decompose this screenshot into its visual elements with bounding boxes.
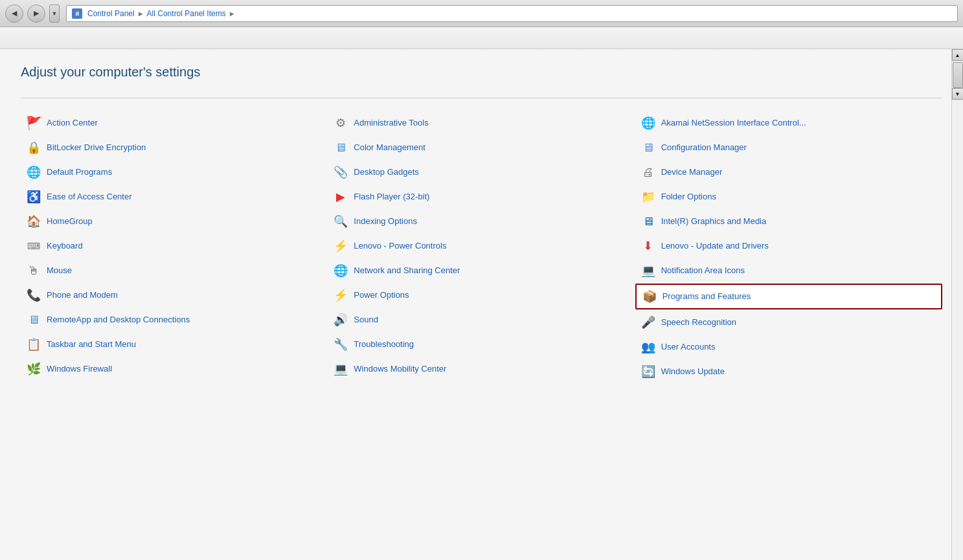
label-mouse: Mouse	[47, 265, 72, 276]
item-programs-features[interactable]: 📦Programs and Features	[635, 284, 942, 309]
item-bitlocker[interactable]: 🔒BitLocker Drive Encryption	[21, 136, 328, 159]
item-sound[interactable]: 🔊Sound	[328, 308, 635, 331]
label-flash-player: Flash Player (32-bit)	[354, 192, 429, 202]
divider	[21, 98, 942, 98]
column-1: 🚩Action Center🔒BitLocker Drive Encryptio…	[21, 111, 328, 383]
label-speech: Speech Recognition	[661, 317, 736, 328]
item-device-mgr[interactable]: 🖨Device Manager	[635, 161, 942, 184]
icon-desktop-gadgets: 📎	[333, 164, 348, 180]
label-power-options: Power Options	[354, 290, 409, 300]
label-programs-features: Programs and Features	[663, 291, 751, 302]
icon-win-update: 🔄	[640, 364, 656, 379]
label-indexing: Indexing Options	[354, 216, 417, 227]
label-admin-tools: Administrative Tools	[354, 118, 428, 128]
label-ease-access: Ease of Access Center	[47, 192, 132, 202]
item-network[interactable]: 🌐Network and Sharing Center	[328, 259, 635, 282]
item-indexing[interactable]: 🔍Indexing Options	[328, 210, 635, 233]
item-folder-opts[interactable]: 📁Folder Options	[635, 185, 942, 208]
icon-action-center: 🚩	[26, 115, 41, 131]
back-button[interactable]: ◀	[5, 5, 23, 23]
label-lenovo-update: Lenovo - Update and Drivers	[661, 241, 769, 251]
label-sound: Sound	[354, 315, 378, 325]
item-taskbar[interactable]: 📋Taskbar and Start Menu	[21, 333, 328, 356]
icon-lenovo-update: ⬇	[640, 238, 656, 254]
icon-bitlocker: 🔒	[26, 140, 41, 155]
breadcrumb-sep-1: ►	[137, 10, 144, 17]
item-speech[interactable]: 🎤Speech Recognition	[635, 311, 942, 334]
item-mobility[interactable]: 💻Windows Mobility Center	[328, 357, 635, 381]
icon-firewall: 🌿	[26, 361, 41, 377]
icon-intel-graphics: 🖥	[640, 214, 656, 229]
label-remoteapp: RemoteApp and Desktop Connections	[47, 315, 190, 325]
forward-button[interactable]: ▶	[27, 5, 45, 23]
icon-mouse: 🖱	[26, 263, 41, 278]
label-default-programs: Default Programs	[47, 167, 112, 177]
column-2: ⚙Administrative Tools🖥Color Management📎D…	[328, 111, 635, 383]
icon-notification: 💻	[640, 263, 656, 278]
item-troubleshoot[interactable]: 🔧Troubleshooting	[328, 333, 635, 356]
item-flash-player[interactable]: ▶Flash Player (32-bit)	[328, 185, 635, 208]
item-default-programs[interactable]: 🌐Default Programs	[21, 161, 328, 184]
item-power-options[interactable]: ⚡Power Options	[328, 284, 635, 307]
item-user-accounts[interactable]: 👥User Accounts	[635, 335, 942, 359]
icon-network: 🌐	[333, 263, 348, 278]
control-panel-icon: 🖥	[72, 8, 82, 19]
item-win-update[interactable]: 🔄Windows Update	[635, 360, 942, 383]
scroll-thumb[interactable]	[953, 62, 963, 88]
icon-lenovo-power: ⚡	[333, 238, 348, 254]
label-bitlocker: BitLocker Drive Encryption	[47, 142, 146, 153]
item-lenovo-update[interactable]: ⬇Lenovo - Update and Drivers	[635, 234, 942, 258]
scroll-down-button[interactable]: ▼	[952, 88, 964, 100]
item-phone[interactable]: 📞Phone and Modem	[21, 284, 328, 307]
breadcrumb-all-items[interactable]: All Control Panel Items	[147, 9, 226, 18]
item-admin-tools[interactable]: ⚙Administrative Tools	[328, 111, 635, 135]
items-grid: 🚩Action Center🔒BitLocker Drive Encryptio…	[21, 111, 942, 383]
label-win-update: Windows Update	[661, 366, 725, 377]
item-desktop-gadgets[interactable]: 📎Desktop Gadgets	[328, 161, 635, 184]
label-color-mgmt: Color Management	[354, 142, 425, 153]
icon-homegroup: 🏠	[26, 214, 41, 229]
label-mobility: Windows Mobility Center	[354, 364, 446, 374]
column-3: 🌐Akamai NetSession Interface Control...🖥…	[635, 111, 942, 383]
icon-admin-tools: ⚙	[333, 115, 348, 131]
label-device-mgr: Device Manager	[661, 167, 723, 177]
icon-ease-access: ♿	[26, 189, 41, 205]
item-config-mgr[interactable]: 🖥Configuration Manager	[635, 136, 942, 159]
item-ease-access[interactable]: ♿Ease of Access Center	[21, 185, 328, 208]
icon-flash-player: ▶	[333, 189, 348, 205]
item-akamai[interactable]: 🌐Akamai NetSession Interface Control...	[635, 111, 942, 135]
nav-dropdown[interactable]: ▼	[49, 5, 60, 23]
label-intel-graphics: Intel(R) Graphics and Media	[661, 216, 767, 227]
toolbar-bar	[0, 27, 963, 49]
icon-indexing: 🔍	[333, 214, 348, 229]
item-lenovo-power[interactable]: ⚡Lenovo - Power Controls	[328, 234, 635, 258]
icon-taskbar: 📋	[26, 337, 41, 352]
item-color-mgmt[interactable]: 🖥Color Management	[328, 136, 635, 159]
icon-mobility: 💻	[333, 361, 348, 377]
breadcrumb-bar: 🖥 Control Panel ► All Control Panel Item…	[66, 5, 958, 22]
item-mouse[interactable]: 🖱Mouse	[21, 259, 328, 282]
item-remoteapp[interactable]: 🖥RemoteApp and Desktop Connections	[21, 308, 328, 331]
scroll-up-button[interactable]: ▲	[952, 49, 964, 61]
label-folder-opts: Folder Options	[661, 192, 716, 202]
icon-color-mgmt: 🖥	[333, 140, 348, 155]
item-notification[interactable]: 💻Notification Area Icons	[635, 259, 942, 282]
label-troubleshoot: Troubleshooting	[354, 339, 414, 350]
item-homegroup[interactable]: 🏠HomeGroup	[21, 210, 328, 233]
label-action-center: Action Center	[47, 118, 98, 128]
breadcrumb-control-panel[interactable]: Control Panel	[87, 9, 135, 18]
label-notification: Notification Area Icons	[661, 265, 745, 276]
item-action-center[interactable]: 🚩Action Center	[21, 111, 328, 135]
item-firewall[interactable]: 🌿Windows Firewall	[21, 357, 328, 381]
main-content: Adjust your computer's settings 🚩Action …	[0, 49, 963, 560]
breadcrumb-sep-2: ►	[229, 10, 236, 17]
item-intel-graphics[interactable]: 🖥Intel(R) Graphics and Media	[635, 210, 942, 233]
icon-default-programs: 🌐	[26, 164, 41, 180]
label-config-mgr: Configuration Manager	[661, 142, 747, 153]
icon-config-mgr: 🖥	[640, 140, 656, 155]
item-keyboard[interactable]: ⌨Keyboard	[21, 234, 328, 258]
label-user-accounts: User Accounts	[661, 342, 716, 352]
icon-phone: 📞	[26, 287, 41, 303]
label-lenovo-power: Lenovo - Power Controls	[354, 241, 446, 251]
icon-programs-features: 📦	[642, 289, 657, 304]
